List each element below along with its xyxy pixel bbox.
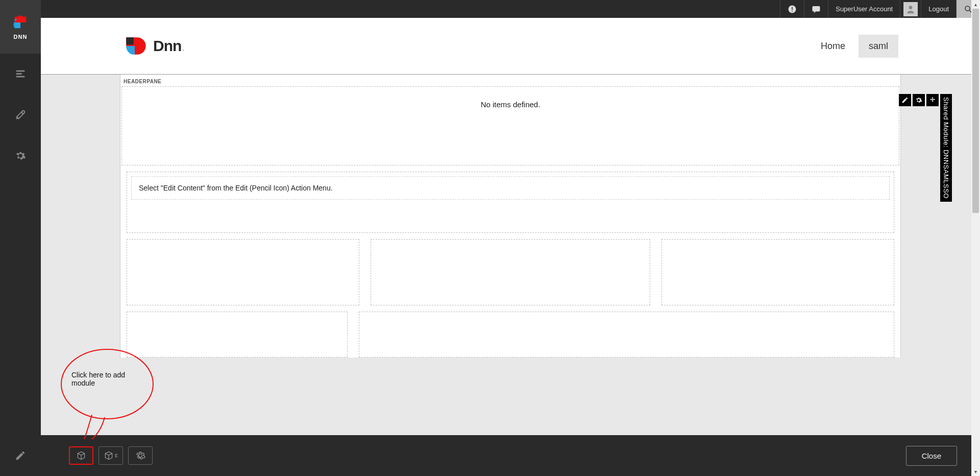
logout-link[interactable]: Logout [921,0,956,18]
gear-icon [135,450,145,461]
logout-label: Logout [928,5,949,13]
svg-rect-2 [15,22,20,28]
content-inner: HEADERPANE No items defined. Shared Modu… [120,75,901,358]
persona-tools-icon[interactable] [0,94,41,135]
module-e-icon [104,450,114,461]
site-header: Dnn . Home saml [41,18,980,74]
add-module-button[interactable] [69,446,93,465]
headerpane: No items defined. Shared Module: DNNSAML… [121,86,899,165]
no-items-text: No items defined. [122,87,899,109]
close-button[interactable]: Close [906,446,957,466]
persona-bar: DNN [0,0,41,476]
module-actions: Shared Module: DNNSAMLSSO [899,94,952,202]
avatar-icon [903,2,918,16]
scroll-down-arrow[interactable]: ▾ [971,467,980,476]
module-move-button[interactable] [926,94,939,106]
svg-point-13 [965,6,970,11]
bottom-left-group: E [69,446,153,465]
nav-saml[interactable]: saml [859,35,898,58]
scroll-thumb[interactable] [972,9,979,213]
persona-settings-icon[interactable] [0,135,41,176]
persona-logo[interactable]: DNN [0,0,41,54]
shared-module-tag: Shared Module: DNNSAMLSSO [940,94,952,202]
svg-point-7 [22,111,25,114]
scroll-up-arrow[interactable]: ▴ [971,0,980,9]
svg-rect-6 [16,76,25,78]
svg-rect-4 [16,70,25,72]
top-bar: SuperUser Account Logout [41,0,980,18]
module-edit-button[interactable] [899,94,911,106]
svg-rect-11 [813,6,820,11]
vertical-scrollbar[interactable]: ▴ ▾ [971,0,980,476]
persona-edit-icon[interactable] [0,435,41,476]
dnn-logo-icon [12,14,29,31]
svg-rect-9 [792,7,793,10]
svg-point-12 [909,6,913,9]
sidebarpane [127,312,348,358]
rightpane [662,239,894,305]
site-nav: Home saml [811,35,898,58]
notifications-icon[interactable] [780,0,804,18]
add-existing-module-button[interactable]: E [99,446,123,465]
mainpane [359,312,894,358]
svg-rect-5 [16,73,22,75]
module-e-sublabel: E [115,453,118,458]
messages-icon[interactable] [804,0,828,18]
page-settings-button[interactable] [128,446,153,465]
site-logo-icon [122,34,147,58]
svg-rect-15 [126,37,133,44]
site-logo-text: Dnn [153,37,181,55]
module-icon [76,450,86,461]
user-account-label: SuperUser Account [836,5,893,13]
three-col-row [127,239,894,305]
svg-rect-10 [792,11,793,12]
edit-content-hint: Select "Edit Content" from the Edit (Pen… [131,176,890,200]
contentpane: Select "Edit Content" from the Edit (Pen… [127,172,894,233]
nav-home[interactable]: Home [811,35,855,58]
headerpane-label: HEADERPANE [120,75,900,85]
site-logo-tm: . [182,45,184,52]
leftpane [127,239,359,305]
site-logo[interactable]: Dnn . [122,34,184,58]
persona-logo-text: DNN [14,34,28,40]
user-avatar[interactable] [900,0,921,18]
user-account-link[interactable]: SuperUser Account [828,0,900,18]
centerpane [371,239,650,305]
content-area: HEADERPANE No items defined. Shared Modu… [41,74,980,435]
persona-content-icon[interactable] [0,54,41,94]
module-settings-button[interactable] [913,94,925,106]
bottom-bar: E Close [41,435,980,476]
two-col-row [127,312,894,358]
